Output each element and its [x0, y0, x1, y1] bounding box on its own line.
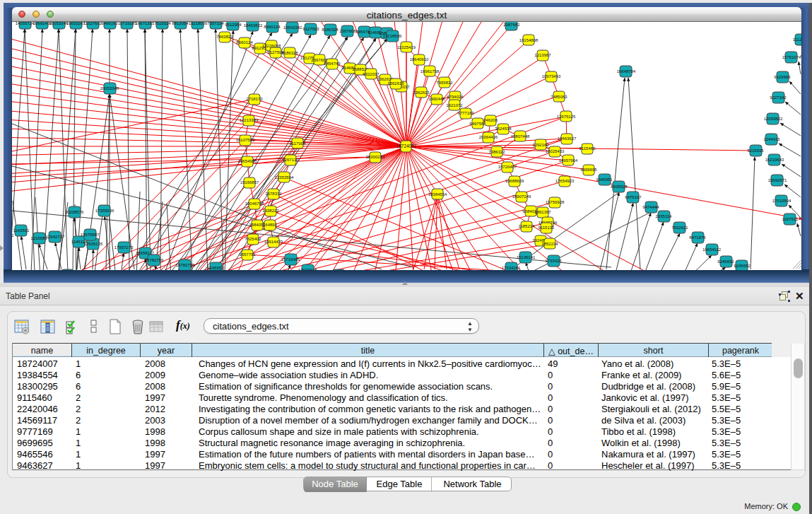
svg-text:1143501: 1143501: [13, 228, 30, 233]
svg-text:2367608: 2367608: [339, 29, 356, 33]
svg-text:9512954: 9512954: [225, 23, 242, 27]
svg-text:7515524: 7515524: [154, 22, 171, 25]
svg-text:14055724: 14055724: [16, 22, 35, 25]
svg-text:7955812: 7955812: [436, 81, 453, 85]
svg-text:19654985: 19654985: [238, 159, 257, 163]
svg-text:12975125: 12975125: [557, 115, 576, 119]
svg-text:9129966: 9129966: [774, 75, 791, 79]
svg-text:1621072: 1621072: [446, 103, 463, 107]
svg-text:9245652: 9245652: [717, 259, 734, 264]
svg-text:12093822: 12093822: [764, 117, 783, 121]
svg-text:8186328: 8186328: [322, 28, 339, 32]
svg-text:6322037: 6322037: [363, 72, 379, 76]
svg-text:9227342: 9227342: [770, 95, 787, 100]
svg-text:16782759: 16782759: [176, 263, 195, 267]
svg-text:7386322: 7386322: [488, 150, 505, 154]
svg-text:19166857: 19166857: [240, 180, 259, 185]
svg-text:17957273: 17957273: [114, 245, 134, 250]
svg-text:17654923: 17654923: [555, 179, 575, 183]
svg-text:8660124: 8660124: [264, 25, 281, 29]
svg-text:16648784: 16648784: [617, 69, 636, 74]
svg-text:9245652: 9245652: [207, 266, 224, 270]
svg-text:8454749: 8454749: [324, 62, 341, 66]
svg-text:15136141: 15136141: [517, 255, 536, 259]
svg-text:20208576: 20208576: [65, 210, 84, 214]
svg-text:17334261: 17334261: [502, 266, 521, 270]
svg-text:15720407: 15720407: [498, 165, 517, 169]
svg-text:25300293: 25300293: [366, 155, 385, 159]
svg-text:1938222: 1938222: [262, 209, 279, 213]
svg-text:1112074: 1112074: [793, 37, 801, 42]
svg-text:10025433: 10025433: [546, 149, 565, 153]
svg-text:19975887: 19975887: [81, 233, 100, 237]
svg-text:8813054: 8813054: [172, 22, 189, 25]
svg-text:6794024: 6794024: [447, 95, 464, 99]
svg-text:17359936: 17359936: [95, 209, 114, 213]
svg-text:3215935: 3215935: [747, 148, 764, 153]
svg-text:12353594: 12353594: [275, 175, 294, 180]
svg-text:1852214: 1852214: [541, 242, 558, 246]
svg-text:16671355: 16671355: [136, 22, 155, 25]
svg-text:1185214: 1185214: [519, 224, 536, 228]
svg-text:10807448: 10807448: [511, 134, 530, 139]
svg-text:18640910: 18640910: [410, 57, 429, 62]
svg-text:18463822: 18463822: [244, 23, 263, 28]
svg-text:1861367: 1861367: [534, 210, 551, 214]
svg-text:8186328: 8186328: [281, 51, 298, 55]
svg-text:12213383: 12213383: [240, 118, 259, 122]
svg-text:6479197: 6479197: [625, 195, 642, 199]
svg-text:10719185: 10719185: [118, 22, 137, 25]
svg-text:7485063: 7485063: [551, 95, 567, 99]
svg-text:1733426: 1733426: [545, 259, 562, 263]
svg-text:20053346: 20053346: [100, 86, 119, 90]
svg-text:10543382: 10543382: [283, 25, 302, 30]
svg-text:3678332: 3678332: [265, 192, 282, 196]
svg-text:9474444: 9474444: [642, 205, 659, 209]
svg-text:1244415: 1244415: [763, 137, 780, 141]
svg-text:17010504: 17010504: [772, 199, 792, 203]
svg-text:1640951: 1640951: [596, 177, 613, 182]
svg-text:1562615: 1562615: [387, 81, 404, 86]
svg-text:16961758: 16961758: [420, 69, 440, 74]
svg-text:7625402: 7625402: [245, 237, 261, 241]
svg-text:16210643: 16210643: [765, 158, 784, 162]
svg-text:3624534: 3624534: [495, 127, 512, 131]
svg-text:9127503: 9127503: [302, 27, 319, 31]
svg-text:16154808: 16154808: [519, 38, 539, 42]
svg-text:10688609: 10688609: [505, 179, 524, 183]
svg-text:164891: 164891: [263, 223, 278, 227]
svg-text:13218506: 13218506: [189, 22, 208, 25]
svg-text:11325419: 11325419: [397, 45, 416, 49]
svg-text:13218506: 13218506: [383, 34, 402, 38]
svg-text:7663822: 7663822: [216, 35, 233, 39]
svg-text:9245652: 9245652: [734, 264, 751, 268]
svg-text:16914479: 16914479: [264, 240, 283, 244]
svg-text:12505135: 12505135: [84, 242, 103, 246]
svg-text:9115132: 9115132: [539, 226, 555, 230]
svg-text:2087682: 2087682: [503, 23, 520, 27]
svg-text:11527602: 11527602: [83, 22, 102, 25]
svg-text:10046758: 10046758: [245, 201, 264, 206]
svg-text:8660124: 8660124: [236, 40, 253, 45]
svg-text:16782759: 16782759: [145, 258, 164, 262]
svg-text:9699695: 9699695: [580, 168, 597, 172]
svg-text:19756928: 19756928: [546, 200, 565, 204]
svg-text:15751074: 15751074: [782, 55, 801, 59]
svg-text:2718170: 2718170: [246, 97, 263, 101]
svg-text:1990448: 1990448: [428, 97, 445, 101]
svg-text:10973493: 10973493: [542, 74, 561, 78]
svg-text:4117008: 4117008: [290, 141, 307, 146]
svg-text:1362615: 1362615: [413, 90, 430, 95]
svg-text:14957964: 14957964: [559, 158, 578, 163]
svg-text:20364436: 20364436: [479, 135, 498, 139]
svg-text:9777169: 9777169: [457, 111, 474, 115]
svg-text:9115132: 9115132: [12, 233, 14, 238]
svg-text:2935114: 2935114: [656, 214, 673, 218]
svg-text:8938928: 8938928: [611, 185, 628, 189]
svg-text:18907249: 18907249: [512, 194, 531, 199]
svg-text:1167531: 1167531: [782, 217, 799, 221]
svg-text:19463627: 19463627: [558, 136, 577, 141]
svg-text:9115460: 9115460: [579, 146, 596, 151]
svg-text:15692971: 15692971: [768, 178, 787, 182]
svg-text:12942737: 12942737: [46, 235, 65, 239]
